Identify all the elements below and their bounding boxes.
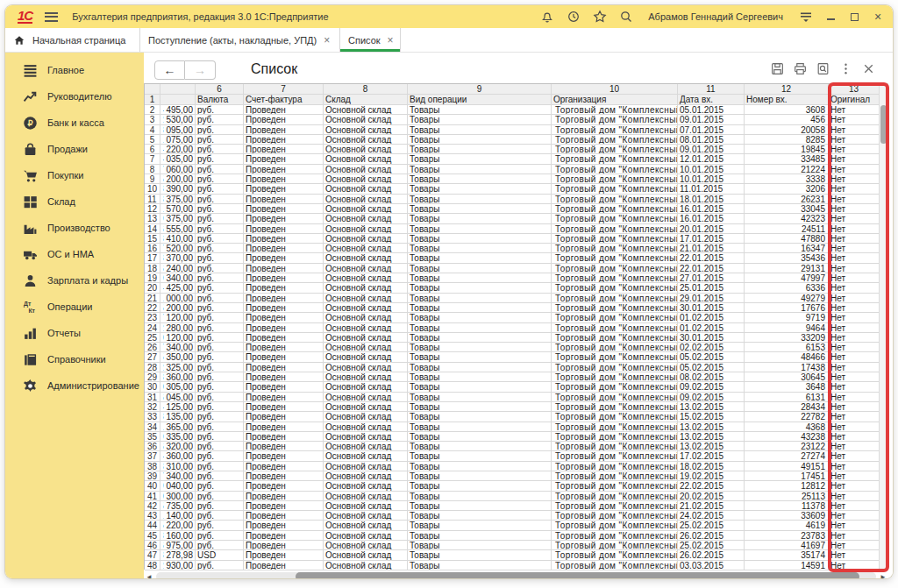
save-icon[interactable] — [770, 61, 785, 76]
table-row[interactable]: 47113 278,98USDПроведенОсновной складТов… — [145, 550, 888, 560]
close-icon[interactable] — [861, 61, 876, 76]
table-row[interactable]: 34211 365,00руб.ПроведенОсновной складТо… — [145, 422, 888, 432]
table-row[interactable]: 8217 060,00руб.ПроведенОсновной складТов… — [145, 165, 888, 174]
column-header[interactable]: Вид операции — [408, 95, 552, 104]
table-row[interactable]: 9105 200,00руб.ПроведенОсновной складТов… — [145, 174, 888, 184]
sidebar-item-руководителю[interactable]: Руководителю — [5, 83, 144, 110]
table-row[interactable]: 48212 930,00руб.ПроведенОсновной складТо… — [145, 561, 888, 570]
search-icon[interactable] — [618, 10, 633, 25]
tab-spisok[interactable]: Список × — [340, 28, 401, 52]
scroll-right-icon[interactable]: ► — [878, 573, 888, 579]
maximize-button[interactable] — [848, 10, 860, 25]
minimize-button[interactable] — [824, 10, 837, 25]
table-row[interactable]: 44215 220,00руб.ПроведенОсновной складТо… — [145, 521, 888, 530]
cell-invoice: Проведен — [244, 184, 324, 193]
sidebar-item-покупки[interactable]: Покупки — [5, 162, 144, 188]
table-row[interactable]: 20214 425,00руб.ПроведенОсновной складТо… — [145, 283, 888, 293]
table-row[interactable]: 28212 325,00руб.ПроведенОсновной складТо… — [145, 363, 888, 372]
table-row[interactable]: 25210 120,00руб.ПроведенОсновной складТо… — [145, 333, 888, 343]
table-row[interactable]: 3212 530,00руб.ПроведенОсновной складТов… — [145, 115, 888, 124]
sidebar-item-зарплата-и-кадры[interactable]: Зарплата и кадры — [5, 267, 144, 294]
table-row[interactable]: 29118 360,00руб.ПроведенОсновной складТо… — [145, 372, 888, 382]
sidebar-item-производство[interactable]: Производство — [5, 215, 144, 241]
table-row[interactable]: 41210 300,00руб.ПроведенОсновной складТо… — [145, 492, 888, 501]
sidebar-item-ос-и-нма[interactable]: ОС и НМА — [5, 241, 144, 267]
tab-close-icon[interactable]: × — [388, 34, 394, 46]
sidebar-item-администрирование[interactable]: Администрирование — [5, 372, 144, 399]
column-header[interactable]: Склад — [324, 95, 408, 104]
service-menu-icon[interactable] — [798, 10, 813, 25]
table-row[interactable]: 36116 320,00руб.ПроведенОсновной складТо… — [145, 442, 888, 451]
favorites-icon[interactable] — [592, 10, 607, 25]
history-icon[interactable] — [566, 10, 581, 25]
table-row[interactable]: 11223 375,00руб.ПроведенОсновной складТо… — [145, 195, 888, 204]
print-icon[interactable] — [793, 61, 808, 76]
close-window-button[interactable]: × — [872, 10, 884, 25]
vertical-scrollbar-thumb[interactable] — [880, 105, 887, 144]
table-row[interactable]: 37224 360,00руб.ПроведенОсновной складТо… — [145, 451, 888, 461]
column-header[interactable]: Валюта — [196, 95, 244, 104]
table-row[interactable]: 26117 340,00руб.ПроведенОсновной складТо… — [145, 343, 888, 352]
vertical-scrollbar[interactable] — [879, 83, 888, 570]
horizontal-scrollbar[interactable]: ◄ ► — [144, 571, 888, 578]
table-row[interactable]: 5121 075,00руб.ПроведенОсновной складТов… — [145, 135, 888, 145]
main-menu-icon[interactable] — [45, 12, 58, 22]
table-row[interactable]: 21131 000,00руб.ПроведенОсновной складТо… — [145, 294, 888, 303]
back-button[interactable]: ← — [154, 60, 185, 80]
table-row[interactable]: 10118 390,00руб.ПроведенОсновной складТо… — [145, 184, 888, 194]
table-row[interactable]: 39217 340,00руб.ПроведенОсновной складТо… — [145, 471, 888, 481]
table-row[interactable]: 31216 045,00руб.ПроведенОсновной складТо… — [145, 393, 888, 402]
table-row[interactable]: 12111 570,00руб.ПроведенОсновной складТо… — [145, 204, 888, 214]
column-header[interactable]: Дата вх. — [678, 95, 745, 104]
table-row[interactable]: 43121 140,00руб.ПроведенОсновной складТо… — [145, 511, 888, 521]
table-row[interactable]: 33128 135,00руб.ПроведенОсновной складТо… — [145, 412, 888, 422]
forward-button[interactable]: → — [185, 60, 216, 80]
table-row[interactable]: 18216 240,00руб.ПроведенОсновной складТо… — [145, 264, 888, 273]
preview-icon[interactable] — [816, 61, 830, 76]
table-row[interactable]: 30120 305,00руб.ПроведенОсновной складТо… — [145, 382, 888, 392]
table-row[interactable]: 6214 220,00руб.ПроведенОсновной складТов… — [145, 145, 888, 154]
more-icon[interactable] — [838, 61, 853, 76]
sidebar-item-справочники[interactable]: Справочники — [5, 346, 144, 372]
sidebar-item-склад[interactable]: Склад — [5, 188, 144, 215]
tab-postuplenie[interactable]: Поступление (акты, накладные, УПД) × — [140, 28, 340, 52]
tab-home[interactable]: Начальная страница — [5, 28, 140, 52]
table-row[interactable]: 40119 040,00руб.ПроведенОсновной складТо… — [145, 481, 888, 491]
table-row[interactable]: 42115 735,00руб.ПроведенОсновной складТо… — [145, 501, 888, 511]
table-row[interactable]: 22115 200,00руб.ПроведенОсновной складТо… — [145, 303, 888, 313]
table-row[interactable]: 45118 160,00руб.ПроведенОсновной складТо… — [145, 531, 888, 541]
table-row[interactable]: 23217 120,00руб.ПроведенОсновной складТо… — [145, 313, 888, 322]
table-row[interactable]: 15218 410,00руб.ПроведенОсновной складТо… — [145, 234, 888, 244]
column-header[interactable]: Организация — [552, 95, 678, 104]
table-row[interactable]: 24122 280,00руб.ПроведенОсновной складТо… — [145, 323, 888, 333]
table-row[interactable]: 35119 335,00руб.ПроведенОсновной складТо… — [145, 432, 888, 442]
notifications-icon[interactable] — [539, 10, 554, 25]
cell-currency: руб. — [196, 195, 244, 203]
table-row[interactable]: 16127 520,00руб.ПроведенОсновной складТо… — [145, 244, 888, 253]
tab-close-icon[interactable]: × — [324, 34, 330, 46]
sidebar-item-продажи[interactable]: Продажи — [5, 136, 144, 162]
column-header[interactable]: Оригинал — [829, 95, 880, 104]
table-row[interactable]: 19119 340,00руб.ПроведенОсновной складТо… — [145, 273, 888, 283]
table-row[interactable]: 32114 125,00руб.ПроведенОсновной складТо… — [145, 402, 888, 412]
table-row[interactable]: 4318 095,00руб.ПроведенОсновной складТов… — [145, 125, 888, 135]
horizontal-scrollbar-thumb[interactable] — [296, 572, 859, 578]
table-row[interactable]: 13219 375,00руб.ПроведенОсновной складТо… — [145, 214, 888, 223]
table-row[interactable]: 17113 370,00руб.ПроведенОсновной складТо… — [145, 253, 888, 263]
table-row[interactable]: 46126 975,00руб.ПроведенОсновной складТо… — [145, 541, 888, 550]
current-user[interactable]: Абрамов Геннадий Сергеевич — [648, 11, 783, 22]
column-header[interactable]: Номер вх. — [745, 95, 829, 104]
table-row[interactable]: 14116 555,00руб.ПроведенОсновной складТо… — [145, 224, 888, 234]
table-row[interactable]: 7114 035,00руб.ПроведенОсновной складТов… — [145, 154, 888, 164]
table-row[interactable]: 27125 350,00руб.ПроведенОсновной складТо… — [145, 352, 888, 362]
table-row[interactable]: 2134 495,00руб.ПроведенОсновной складТов… — [145, 105, 888, 115]
row-number: 14 — [145, 224, 160, 233]
sidebar-item-главное[interactable]: Главное — [5, 57, 144, 83]
scroll-left-icon[interactable]: ◄ — [144, 573, 154, 579]
sidebar-item-отчеты[interactable]: Отчеты — [5, 320, 144, 346]
column-header[interactable]: Счет-фактура — [244, 95, 324, 104]
table-row[interactable]: 38113 310,00руб.ПроведенОсновной складТо… — [145, 462, 888, 471]
cell-sum: 118 390,00 — [160, 184, 196, 193]
sidebar-item-банк-и-касса[interactable]: ₽Банк и касса — [5, 110, 144, 136]
sidebar-item-операции[interactable]: ДтКтОперации — [5, 294, 144, 320]
